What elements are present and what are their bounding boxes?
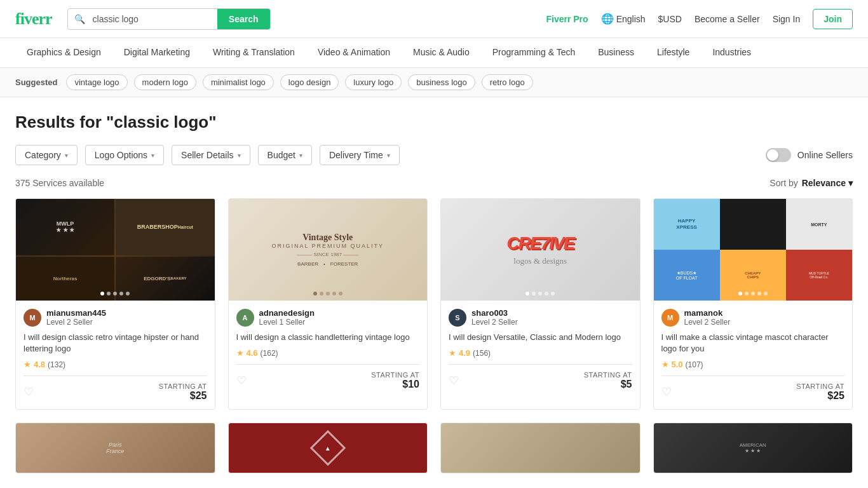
gig-card-3[interactable]: CRE7IVE logos & designs S sharo003 Level <box>440 198 641 410</box>
suggested-label: Suggested <box>15 78 57 87</box>
bottom-card-4[interactable]: AMERICAN★ ★ ★ <box>653 423 853 473</box>
rating-count-2: (162) <box>261 349 278 358</box>
nav-item-video[interactable]: Video & Animation <box>306 38 402 67</box>
tag-modern-logo[interactable]: modern logo <box>134 74 196 90</box>
online-sellers-toggle-wrap: Online Sellers <box>766 148 853 162</box>
nav-item-music[interactable]: Music & Audio <box>402 38 481 67</box>
budget-filter[interactable]: Budget ▾ <box>258 145 312 165</box>
chevron-down-icon: ▾ <box>238 152 241 159</box>
seller-level-2: Level 1 Seller <box>259 318 315 327</box>
online-sellers-toggle[interactable] <box>766 148 791 162</box>
seller-info-2: A adnanedesign Level 1 Seller <box>236 308 420 327</box>
cards-grid: MWLP★ ★ ★ BRABERSHOPHaircut Northeras ED… <box>15 198 853 410</box>
card-image-3: CRE7IVE logos & designs <box>441 199 640 301</box>
main-content: Results for "classic logo" Category ▾ Lo… <box>0 97 868 486</box>
rating-number-2: 4.6 <box>247 348 258 358</box>
avatar-3: S <box>449 309 466 327</box>
seller-info-1: M mianusman445 Level 2 Seller <box>24 308 207 327</box>
tag-logo-design[interactable]: logo design <box>280 74 339 90</box>
gig-card-2[interactable]: Vintage Style ORIGINAL PREMIUM QUALITY —… <box>228 198 428 410</box>
header: fiverr 🔍 Search Fiverr Pro 🌐 English $US… <box>0 0 868 38</box>
services-count: 375 Services available <box>15 178 104 188</box>
chevron-down-icon: ▾ <box>151 152 154 159</box>
become-seller-link[interactable]: Become a Seller <box>695 14 760 24</box>
logo[interactable]: fiverr <box>15 10 52 29</box>
sort-select[interactable]: Relevance ▾ <box>802 178 853 188</box>
card-title-4: I will make a classic vintage mascot cha… <box>661 332 845 355</box>
seller-details-filter[interactable]: Seller Details ▾ <box>172 145 250 165</box>
card-image-4: HAPPYXPRESS MORTY ★BUDS★OF FLOAT CHEAPYC… <box>654 199 853 301</box>
favorite-icon-4[interactable]: ♡ <box>661 385 672 399</box>
tag-retro-logo[interactable]: retro logo <box>482 74 533 90</box>
tag-vintage-logo[interactable]: vintage logo <box>66 74 127 90</box>
header-right: Fiverr Pro 🌐 English $USD Become a Selle… <box>546 9 853 29</box>
currency-selector[interactable]: $USD <box>658 14 682 24</box>
seller-info-3: S sharo003 Level 2 Seller <box>449 308 632 327</box>
search-input[interactable] <box>85 9 217 29</box>
tag-luxury-logo[interactable]: luxury logo <box>345 74 402 90</box>
gig-card-4[interactable]: HAPPYXPRESS MORTY ★BUDS★OF FLOAT CHEAPYC… <box>653 198 853 410</box>
card-body-1: M mianusman445 Level 2 Seller I will des… <box>16 301 215 409</box>
tag-minimalist-logo[interactable]: minimalist logo <box>203 74 274 90</box>
logo-options-filter[interactable]: Logo Options ▾ <box>85 145 164 165</box>
card-rating-1: ★ 4.8 (132) <box>24 360 207 369</box>
starting-at-label-2: STARTING AT <box>371 371 419 379</box>
favorite-icon-1[interactable]: ♡ <box>24 385 34 399</box>
category-filter[interactable]: Category ▾ <box>15 145 78 165</box>
join-button[interactable]: Join <box>813 9 853 29</box>
card-dots-1 <box>100 292 130 295</box>
language-label: English <box>616 14 646 24</box>
rating-number-3: 4.9 <box>459 348 470 358</box>
search-button[interactable]: Search <box>217 9 270 29</box>
rating-number-4: 5.0 <box>672 360 683 369</box>
card-dots-3 <box>526 292 555 295</box>
card-rating-4: ★ 5.0 (107) <box>661 360 845 369</box>
avatar-1: M <box>24 309 41 327</box>
bottom-cards-row: ParisFrance ▲ AMERICAN★ ★ ★ <box>15 423 853 486</box>
bottom-card-1[interactable]: ParisFrance <box>15 423 215 473</box>
card-title-2: I will design a classic handlettering vi… <box>236 332 420 343</box>
search-bar: 🔍 Search <box>67 8 271 30</box>
seller-level-3: Level 2 Seller <box>471 318 518 327</box>
seller-level-4: Level 2 Seller <box>684 318 731 327</box>
star-icon: ★ <box>24 360 31 369</box>
tag-business-logo[interactable]: business logo <box>408 74 475 90</box>
fiverr-pro-link[interactable]: Fiverr Pro <box>546 14 588 24</box>
starting-at-label-1: STARTING AT <box>159 383 207 390</box>
seller-level-1: Level 2 Seller <box>46 318 106 327</box>
nav-item-graphics[interactable]: Graphics & Design <box>15 38 112 67</box>
bottom-card-3[interactable] <box>440 423 641 473</box>
bottom-card-2[interactable]: ▲ <box>228 423 428 473</box>
seller-name-2[interactable]: adnanedesign <box>259 308 315 318</box>
sign-in-link[interactable]: Sign In <box>773 14 801 24</box>
card-footer-2: ♡ STARTING AT $10 <box>236 364 420 390</box>
price-info-2: STARTING AT $10 <box>371 371 419 390</box>
nav-item-industries[interactable]: Industries <box>701 38 763 67</box>
nav-item-writing[interactable]: Writing & Translation <box>201 38 306 67</box>
card-body-3: S sharo003 Level 2 Seller I will design … <box>441 301 640 398</box>
language-selector[interactable]: 🌐 English <box>601 13 646 25</box>
card-dots-2 <box>313 292 342 295</box>
nav-item-lifestyle[interactable]: Lifestyle <box>646 38 701 67</box>
delivery-time-filter[interactable]: Delivery Time ▾ <box>320 145 400 165</box>
seller-name-1[interactable]: mianusman445 <box>46 308 106 318</box>
online-sellers-label: Online Sellers <box>797 150 853 160</box>
nav-item-business[interactable]: Business <box>587 38 646 67</box>
gig-card-1[interactable]: MWLP★ ★ ★ BRABERSHOPHaircut Northeras ED… <box>15 198 215 410</box>
chevron-down-icon: ▾ <box>848 178 853 188</box>
globe-icon: 🌐 <box>601 13 614 25</box>
card-footer-1: ♡ STARTING AT $25 <box>24 376 207 402</box>
starting-at-label-4: STARTING AT <box>796 383 844 390</box>
seller-name-3[interactable]: sharo003 <box>471 308 518 318</box>
price-info-4: STARTING AT $25 <box>796 383 844 402</box>
seller-name-4[interactable]: mamanok <box>684 308 731 318</box>
star-icon: ★ <box>661 360 669 369</box>
nav-item-programming[interactable]: Programming & Tech <box>481 38 587 67</box>
chevron-down-icon: ▾ <box>299 152 302 159</box>
sort-label: Sort by <box>770 178 797 188</box>
card-title-1: I will design classic retro vintage hips… <box>24 332 207 355</box>
seller-info-4: M mamanok Level 2 Seller <box>661 308 845 327</box>
nav-item-digital[interactable]: Digital Marketing <box>112 38 201 67</box>
favorite-icon-3[interactable]: ♡ <box>449 374 459 388</box>
favorite-icon-2[interactable]: ♡ <box>236 374 247 388</box>
